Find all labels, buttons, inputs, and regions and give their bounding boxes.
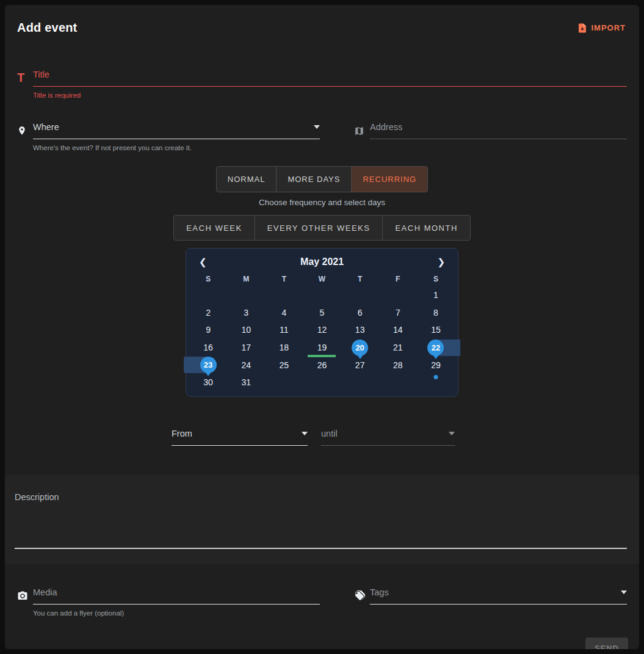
day-number: 30 [203, 377, 213, 387]
day-number: 11 [280, 325, 289, 335]
calendar-day-25[interactable]: 25 [265, 356, 303, 374]
calendar-empty-cell [341, 374, 379, 391]
weekday-label: T [341, 275, 379, 283]
add-event-dialog: Add event IMPORT T Title Title is requir… [5, 5, 639, 649]
calendar-day-30[interactable]: 30 [189, 374, 227, 391]
frequency-button-each-month[interactable]: EACH MONTH [382, 215, 470, 241]
day-number: 2 [206, 308, 211, 318]
tags-select[interactable]: Tags [370, 587, 627, 605]
tab-normal[interactable]: NORMAL [216, 166, 277, 192]
day-number: 16 [203, 343, 213, 352]
address-input[interactable]: Address [370, 122, 627, 139]
calendar-day-13[interactable]: 13 [341, 321, 379, 339]
location-pin-icon [17, 126, 33, 136]
day-number: 15 [431, 325, 441, 335]
tab-more-days[interactable]: MORE DAYS [276, 166, 352, 192]
location-row: Where Where's the event? If not present … [17, 122, 627, 151]
frequency-button-every-other-weeks[interactable]: EVERY OTHER WEEKS [255, 215, 383, 241]
media-tags-row: Media You can add a flyer (optional) Tag… [17, 587, 627, 617]
calendar-day-12[interactable]: 12 [303, 321, 341, 339]
chevron-down-icon [302, 432, 308, 435]
calendar-day-16[interactable]: 16 [189, 339, 227, 357]
calendar-day-15[interactable]: 15 [417, 321, 455, 339]
media-input[interactable]: Media [33, 587, 320, 605]
day-event-dot [433, 375, 438, 379]
calendar-day-1[interactable]: 1 [417, 286, 455, 304]
day-number: 13 [355, 325, 365, 335]
calendar-day-31[interactable]: 31 [227, 374, 265, 391]
until-select-value: until [321, 429, 338, 438]
calendar-day-2[interactable]: 2 [189, 304, 227, 322]
day-number: 19 [317, 343, 327, 352]
calendar-day-23[interactable]: 23 [189, 356, 227, 374]
calendar-prev-button[interactable]: ❮ [197, 255, 209, 269]
calendar-day-8[interactable]: 8 [417, 304, 455, 322]
day-number: 10 [241, 325, 251, 335]
from-select[interactable]: From [172, 429, 308, 446]
page-title: Add event [17, 21, 77, 35]
day-number: 3 [244, 308, 248, 318]
day-number: 14 [393, 325, 403, 335]
selected-day-marker: 20 [352, 340, 368, 356]
title-error-text: Title is required [33, 92, 627, 99]
selected-day-marker: 22 [427, 340, 444, 356]
calendar-next-button[interactable]: ❯ [435, 255, 447, 269]
from-select-value: From [172, 429, 192, 438]
calendar-day-6[interactable]: 6 [341, 304, 379, 322]
day-number: 1 [433, 290, 438, 300]
weekday-label: T [265, 275, 303, 283]
map-icon [354, 126, 370, 136]
calendar-empty-cell [303, 286, 341, 304]
calendar-day-3[interactable]: 3 [227, 304, 265, 322]
calendar-empty-cell [379, 374, 417, 391]
calendar-day-26[interactable]: 26 [303, 356, 341, 374]
day-number: 25 [280, 360, 289, 370]
frequency-hint: Choose frequency and select days [5, 198, 639, 207]
calendar-day-10[interactable]: 10 [227, 321, 265, 339]
calendar-day-21[interactable]: 21 [379, 339, 417, 357]
weekday-label: S [417, 275, 455, 283]
camera-icon [17, 590, 33, 601]
until-select[interactable]: until [321, 429, 455, 446]
frequency-options: EACH WEEKEVERY OTHER WEEKSEACH MONTH [5, 215, 639, 241]
chevron-down-icon [449, 432, 455, 435]
calendar-day-20[interactable]: 20 [341, 339, 379, 357]
calendar-day-17[interactable]: 17 [227, 339, 265, 357]
calendar-day-27[interactable]: 27 [341, 356, 379, 374]
calendar-day-28[interactable]: 28 [379, 356, 417, 374]
tab-recurring[interactable]: RECURRING [351, 166, 428, 192]
calendar-day-11[interactable]: 11 [265, 321, 303, 339]
description-input[interactable]: Description [15, 492, 627, 502]
calendar-day-9[interactable]: 9 [189, 321, 227, 339]
day-number: 27 [355, 360, 365, 370]
send-button[interactable]: SEND [585, 638, 628, 649]
day-number: 26 [317, 360, 327, 370]
calendar-day-4[interactable]: 4 [265, 304, 303, 322]
chevron-down-icon [314, 125, 320, 129]
tags-icon [354, 590, 370, 601]
calendar-day-7[interactable]: 7 [379, 304, 417, 322]
calendar-day-24[interactable]: 24 [227, 356, 265, 374]
where-helper-text: Where's the event? If not present you ca… [33, 144, 320, 151]
time-row: From until [172, 429, 627, 446]
calendar-empty-cell [189, 286, 227, 304]
title-input[interactable]: Title [33, 70, 627, 87]
day-number: 17 [241, 343, 251, 352]
import-button[interactable]: IMPORT [577, 23, 626, 34]
description-section: Description [5, 475, 639, 564]
frequency-button-each-week[interactable]: EACH WEEK [173, 215, 255, 241]
where-select-value: Where [33, 122, 59, 132]
calendar-empty-cell [227, 286, 265, 304]
calendar-day-5[interactable]: 5 [303, 304, 341, 322]
calendar-day-29[interactable]: 29 [417, 356, 455, 374]
calendar-empty-cell [379, 286, 417, 304]
calendar-day-22[interactable]: 22 [417, 339, 455, 357]
day-number: 7 [396, 308, 400, 318]
calendar-day-14[interactable]: 14 [379, 321, 417, 339]
where-select[interactable]: Where [33, 122, 320, 139]
day-number: 28 [393, 360, 403, 370]
calendar-day-18[interactable]: 18 [265, 339, 303, 357]
calendar-day-19[interactable]: 19 [303, 339, 341, 357]
title-icon: T [17, 70, 33, 99]
day-number: 6 [358, 308, 363, 318]
